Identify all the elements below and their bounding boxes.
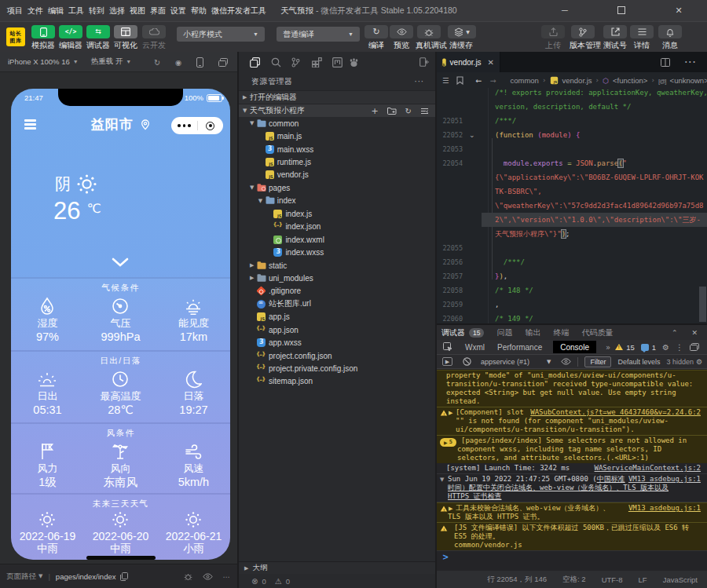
tree-item-app.wxss[interactable]: app.wxss bbox=[239, 336, 435, 349]
hot-reload-toggle[interactable]: 热重载 开 bbox=[91, 57, 123, 67]
tree-item-app.json[interactable]: app.json bbox=[239, 323, 435, 336]
copy-icon[interactable] bbox=[120, 572, 128, 581]
device-select[interactable]: iPhone X 100% 16 bbox=[8, 57, 70, 66]
mode-select[interactable]: 小程序模式▼ bbox=[177, 27, 265, 42]
code-line[interactable]: 2\",\"version\":\"1.0.0\",\"description\… bbox=[437, 213, 707, 227]
code-line[interactable]: 天气预报小程序\"}"); bbox=[437, 227, 707, 241]
tree-item-index[interactable]: ▼index bbox=[239, 195, 435, 207]
close-button[interactable]: ✕ bbox=[673, 5, 684, 16]
status-cursor-position[interactable]: 行 22054，列 146 bbox=[487, 575, 547, 585]
tree-item-vendor.js[interactable]: vendor.js bbox=[239, 169, 435, 181]
version-control-button[interactable]: 版本管理 bbox=[570, 25, 596, 51]
code-line[interactable]: TK-BSBRC\", bbox=[437, 184, 707, 199]
page-path-label[interactable]: 页面路径 bbox=[6, 572, 36, 582]
tree-item-main.wxss[interactable]: main.wxss bbox=[239, 143, 435, 155]
tree-item-index.wxss[interactable]: index.wxss bbox=[239, 246, 435, 258]
tab-console[interactable]: Console bbox=[553, 341, 596, 353]
tree-item-sitemap.json[interactable]: sitemap.json bbox=[239, 375, 435, 388]
tree-item-static[interactable]: ▶static bbox=[239, 259, 435, 272]
toggle-panel-icon[interactable] bbox=[419, 57, 430, 67]
editor-button[interactable]: </>编辑器 bbox=[57, 25, 84, 51]
collapse-panel-icon[interactable]: ⌃ bbox=[672, 329, 678, 337]
console-message[interactable]: ▶VM13 asdebug.js:1工具未校验合法域名、web-view（业务域… bbox=[437, 502, 707, 522]
chevron-down-icon[interactable]: ▼ bbox=[258, 198, 266, 204]
project-section[interactable]: ▼天气预报小程序 + ↻ bbox=[239, 104, 435, 117]
code-line[interactable]: 22058/* 148 */ bbox=[437, 283, 707, 298]
refresh-icon[interactable]: ↻ bbox=[154, 58, 160, 67]
tree-item-index.wxml[interactable]: index.wxml bbox=[239, 233, 435, 246]
bookmark-icon[interactable] bbox=[456, 76, 463, 85]
messages-button[interactable]: 消息 bbox=[657, 25, 683, 51]
status-encoding[interactable]: UTF-8 bbox=[602, 575, 623, 584]
code-line[interactable]: /*! exports provided: applicationKey, qw… bbox=[437, 88, 707, 100]
chevron-down-icon[interactable]: ▼ bbox=[250, 120, 257, 126]
console-message[interactable]: ▶WASubContext.js?t=we_46437460&v=2.24.6:… bbox=[437, 407, 707, 435]
tab-vendor-js[interactable]: vendor.js ✕ bbox=[437, 52, 500, 72]
breadcrumb-item-2[interactable]: vendor.js bbox=[562, 76, 592, 85]
code-line[interactable]: 22060/* 149 */ bbox=[437, 312, 707, 323]
hidden-count[interactable]: 3 hidden bbox=[666, 358, 694, 366]
status-indentation[interactable]: 空格: 2 bbox=[562, 575, 586, 585]
tree-item-runtime.js[interactable]: runtime.js bbox=[239, 155, 435, 168]
tab-terminal[interactable]: 终端 bbox=[553, 327, 569, 338]
real-device-debug-button[interactable]: 真机调试 bbox=[416, 25, 442, 51]
close-panel-icon[interactable]: ✕ bbox=[691, 329, 698, 337]
minimize-button[interactable]: ─ bbox=[559, 5, 570, 15]
bug-icon[interactable] bbox=[184, 572, 192, 581]
console-prompt[interactable]: > bbox=[437, 550, 707, 561]
tree-item-app.js[interactable]: app.js bbox=[239, 311, 435, 323]
breadcrumb-item-3[interactable]: <function> bbox=[613, 76, 647, 85]
eye-icon[interactable] bbox=[203, 573, 213, 580]
source-link[interactable]: VM13 asdebug.js:1 bbox=[628, 504, 701, 513]
console-message[interactable]: ▼VM13 asdebug.js:1Sun Jun 19 2022 21:47:… bbox=[437, 474, 707, 502]
source-link[interactable]: WASubContext.js?t=we_46437460&v=2.24.6:2 bbox=[530, 408, 701, 417]
details-button[interactable]: 详情 bbox=[628, 25, 655, 51]
cloud-dev-button[interactable]: 云开发 bbox=[141, 25, 167, 51]
chevron-down-icon[interactable]: ▼ bbox=[250, 184, 257, 191]
open-editors-section[interactable]: ▶打开的编辑器 bbox=[239, 90, 435, 104]
tree-item-pages[interactable]: ▼pages bbox=[239, 181, 435, 194]
source-control-icon[interactable] bbox=[291, 57, 300, 68]
context-select[interactable]: appservice (#1)▼ bbox=[481, 358, 551, 366]
code-line[interactable]: 22056 /***/ bbox=[437, 255, 707, 269]
live-expression-eye-icon[interactable] bbox=[561, 358, 571, 365]
code-line[interactable]: 22055 bbox=[437, 241, 707, 255]
search-icon[interactable] bbox=[271, 57, 281, 68]
kebab-menu-icon[interactable]: ⋮ bbox=[676, 343, 683, 352]
extensions-icon[interactable] bbox=[312, 57, 322, 68]
editor-more-icon[interactable]: ··· bbox=[684, 55, 696, 70]
explorer-more-icon[interactable]: ··· bbox=[414, 77, 424, 86]
chevron-down-icon[interactable] bbox=[111, 257, 130, 267]
new-file-icon[interactable]: + bbox=[371, 106, 378, 116]
dock-side-icon[interactable] bbox=[690, 343, 699, 351]
test-account-button[interactable]: 测试号 bbox=[602, 25, 628, 51]
collapse-all-icon[interactable] bbox=[420, 107, 429, 115]
message-count-icon[interactable] bbox=[641, 344, 649, 351]
more-icon[interactable]: ⋯ bbox=[223, 572, 232, 581]
debugger-button[interactable]: ⇆调试器 bbox=[85, 25, 112, 51]
outline-section[interactable]: ▶大纲 bbox=[239, 561, 435, 574]
source-link[interactable]: VM13 asdebug.js:1 bbox=[628, 475, 701, 484]
code-line[interactable]: {\"applicationKey\":\"BO6BZ-6UQEW-LPLRF-… bbox=[437, 170, 707, 184]
tree-item-uni-modules[interactable]: ▶uni_modules bbox=[239, 272, 435, 284]
files-icon[interactable] bbox=[250, 57, 260, 68]
new-folder-icon[interactable] bbox=[387, 107, 397, 115]
tree-item-project.private.config.json[interactable]: project.private.config.json bbox=[239, 362, 435, 374]
chevron-right-icon[interactable]: ▶ bbox=[250, 262, 257, 268]
code-editor[interactable]: /*! exports provided: applicationKey, qw… bbox=[437, 88, 707, 323]
wechat-capsule[interactable] bbox=[171, 117, 223, 134]
tab-code-quality[interactable]: 代码质量 bbox=[581, 327, 613, 338]
console-sidebar-icon[interactable]: ▶ bbox=[442, 357, 452, 366]
phone-icon[interactable] bbox=[196, 57, 203, 68]
filter-input[interactable]: Filter bbox=[584, 356, 611, 367]
nav-forward-icon[interactable]: → bbox=[490, 76, 496, 85]
preview-button[interactable]: 预览 bbox=[388, 25, 415, 51]
record-icon[interactable]: ◉ bbox=[175, 58, 181, 67]
refresh-icon[interactable]: ↻ bbox=[405, 107, 412, 115]
maximize-button[interactable] bbox=[617, 6, 625, 14]
compile-button[interactable]: ↻编译 bbox=[363, 25, 390, 51]
exit-target-icon[interactable] bbox=[198, 122, 224, 130]
tree-item-project.config.json[interactable]: project.config.json bbox=[239, 349, 435, 362]
city-name[interactable]: 益阳市 bbox=[91, 117, 134, 132]
visualize-button[interactable]: 可视化 bbox=[112, 25, 139, 51]
